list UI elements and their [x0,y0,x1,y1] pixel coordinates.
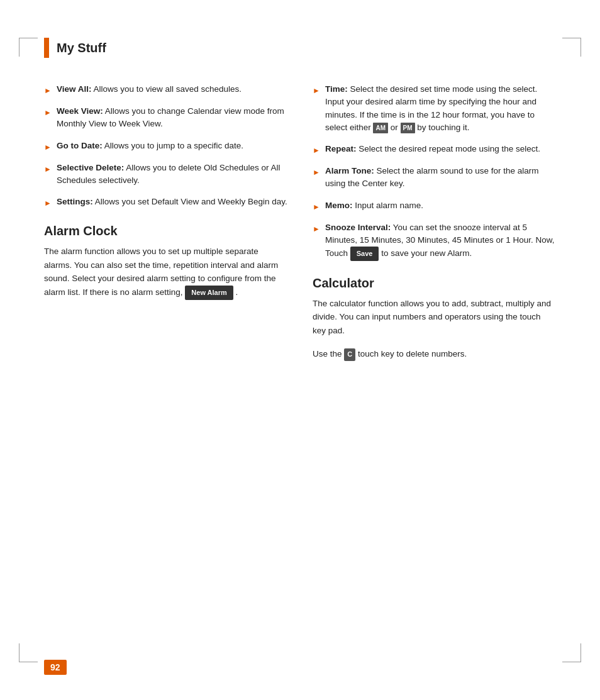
c-badge: C [344,348,355,361]
corner-mark-tl-h [19,38,38,38]
list-item: ► Repeat: Select the desired repeat mode… [313,143,556,156]
c-text-before: Use the [313,349,342,358]
alarm-body-after: . [236,287,238,297]
bullet-label: Week View: [57,106,103,116]
bullet-arrow-icon: ► [313,223,320,235]
calc-body-text: The calculator function allows you to ad… [313,299,551,335]
bullet-label: Alarm Tone: [325,166,374,175]
list-item: ► Alarm Tone: Select the alarm sound to … [313,165,556,191]
corner-mark-tr-h [562,38,581,38]
bullet-body: Select the desired repeat mode using the… [358,144,540,153]
corner-mark-bl-h [19,662,38,662]
page-header: My Stuff [0,0,600,70]
page-container: My Stuff ► View All: Allows you to view … [0,0,600,700]
bullet-arrow-icon: ► [313,145,320,156]
header-accent-bar [44,38,49,58]
save-button[interactable]: Save [350,247,379,261]
bullet-label: Selective Delete: [57,163,124,172]
bullet-label: Memo: [325,201,353,210]
content-wrapper: ► View All: Allows you to view all saved… [0,70,600,409]
bullet-body: Allows you to view all saved schedules. [93,84,242,94]
bullet-label: Snooze Interval: [325,223,391,232]
list-item: ► Settings: Allows you set Default View … [44,196,287,209]
bullet-text: Time: Select the desired set time mode u… [325,83,556,134]
page-title: My Stuff [57,41,106,55]
or-text: or [391,123,401,132]
bullet-body: Allows you set Default View and Weekly B… [95,197,287,206]
left-column: ► View All: Allows you to view all saved… [44,83,287,371]
bullet-arrow-icon: ► [313,201,320,213]
bullet-body: Allows you to jump to a specific date. [104,141,243,150]
alarm-clock-heading: Alarm Clock [44,224,287,238]
bullet-arrow-icon: ► [44,107,52,118]
bullet-arrow-icon: ► [44,85,52,96]
right-column: ► Time: Select the desired set time mode… [313,83,556,371]
page-number: 92 [44,660,67,675]
bullet-arrow-icon: ► [44,164,52,175]
list-item: ► Memo: Input alarm name. [313,199,556,213]
bullet-body-after: to save your new Alarm. [381,248,472,258]
corner-mark-br-v [581,643,581,662]
bullet-label: Time: [325,84,348,94]
corner-mark-bl-v [19,643,19,662]
bullet-arrow-icon: ► [44,142,52,153]
bullet-text: Go to Date: Allows you to jump to a spec… [57,140,243,152]
pm-badge: PM [401,123,415,133]
calculator-heading: Calculator [313,276,556,291]
corner-mark-br-h [562,662,581,662]
bullet-label: Repeat: [325,144,357,153]
bullet-text: Snooze Interval: You can set the snooze … [325,221,556,261]
bullet-label: Settings: [57,197,93,206]
bullet-label: View All: [57,84,92,94]
bullet-text: View All: Allows you to view all saved s… [57,83,242,96]
list-item: ► Snooze Interval: You can set the snooz… [313,221,556,261]
calculator-body: The calculator function allows you to ad… [313,297,556,338]
list-item: ► Selective Delete: Allows you to delete… [44,162,287,187]
list-item: ► Week View: Allows you to change Calend… [44,105,287,131]
bullet-text: Alarm Tone: Select the alarm sound to us… [325,165,556,191]
bullet-body-after: by touching it. [417,123,469,132]
bullet-text: Repeat: Select the desired repeat mode u… [325,143,540,155]
bullet-label: Go to Date: [57,141,103,150]
left-bullet-list: ► View All: Allows you to view all saved… [44,83,287,209]
bullet-arrow-icon: ► [313,167,320,178]
bullet-text: Week View: Allows you to change Calendar… [57,105,287,131]
alarm-body-before: The alarm function allows you to set up … [44,247,278,297]
bullet-arrow-icon: ► [44,197,52,209]
am-badge: AM [373,123,388,133]
corner-mark-tr-v [581,38,581,57]
bullet-arrow-icon: ► [313,85,320,96]
list-item: ► Go to Date: Allows you to jump to a sp… [44,140,287,153]
bullet-text: Memo: Input alarm name. [325,199,423,212]
list-item: ► Time: Select the desired set time mode… [313,83,556,134]
new-alarm-button[interactable]: New Alarm [185,286,233,301]
bullet-text: Selective Delete: Allows you to delete O… [57,162,287,187]
corner-mark-tl-v [19,38,19,57]
right-bullet-list: ► Time: Select the desired set time mode… [313,83,556,261]
c-text-after: touch key to delete numbers. [358,349,467,358]
bullet-body: Input alarm name. [355,201,423,210]
list-item: ► View All: Allows you to view all saved… [44,83,287,96]
alarm-clock-body: The alarm function allows you to set up … [44,245,287,300]
calculator-c-line: Use the C touch key to delete numbers. [313,347,556,361]
bullet-text: Settings: Allows you set Default View an… [57,196,287,208]
